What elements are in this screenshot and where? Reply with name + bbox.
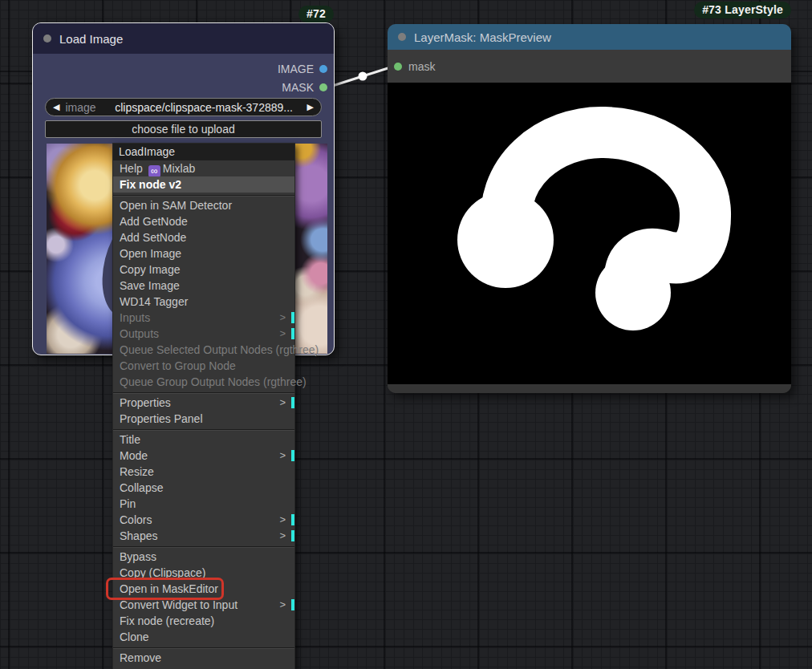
menu-item-label: Pin bbox=[120, 497, 136, 510]
menu-item-mode[interactable]: Mode> bbox=[113, 448, 294, 464]
submenu-arrow-icon: > bbox=[279, 326, 286, 342]
menu-item-inputs: Inputs> bbox=[113, 310, 294, 326]
menu-item-collapse[interactable]: Collapse bbox=[113, 480, 294, 496]
menu-item-label: Open in MaskEditor bbox=[120, 582, 218, 595]
menu-item-bypass[interactable]: Bypass bbox=[113, 549, 294, 565]
menu-item-label: Properties Panel bbox=[120, 412, 203, 425]
menu-item-remove[interactable]: Remove bbox=[113, 650, 294, 666]
menu-item-copy-image[interactable]: Copy Image bbox=[113, 262, 294, 278]
menu-item-wd14-tagger[interactable]: WD14 Tagger bbox=[113, 294, 294, 310]
menu-item-properties[interactable]: Properties> bbox=[113, 395, 294, 411]
menu-item-label: Colors bbox=[120, 513, 152, 526]
menu-item-open-in-sam-detector[interactable]: Open in SAM Detector bbox=[113, 197, 294, 213]
menu-item-label: Title bbox=[120, 433, 140, 446]
menu-item-label: Inputs bbox=[120, 311, 150, 324]
menu-item-queue-selected-output-nodes-rgthree: Queue Selected Output Nodes (rgthree) bbox=[113, 342, 294, 358]
wire-midpoint-dot bbox=[359, 72, 367, 81]
menu-item-label: Convert Widget to Input bbox=[120, 598, 238, 611]
menu-item-properties-panel[interactable]: Properties Panel bbox=[113, 411, 294, 427]
menu-item-label: Fix node (recreate) bbox=[120, 614, 214, 627]
input-slot-mask[interactable]: mask bbox=[388, 50, 791, 83]
menu-item-label: Fix node v2 bbox=[120, 178, 181, 191]
menu-separator bbox=[113, 429, 294, 430]
prev-arrow-icon[interactable]: ◀ bbox=[53, 102, 59, 112]
menu-item-convert-widget-to-input[interactable]: Convert Widget to Input> bbox=[113, 597, 294, 613]
menu-item-colors[interactable]: Colors> bbox=[113, 512, 294, 528]
submenu-arrow-icon: > bbox=[279, 597, 286, 613]
menu-item-label-suffix: Mixlab bbox=[163, 162, 195, 175]
widget-value: clipspace/clipspace-mask-372889... bbox=[101, 101, 307, 114]
menu-item-label: Remove bbox=[120, 651, 161, 664]
menu-item-label: Add SetNode bbox=[120, 231, 186, 244]
mask-preview-image bbox=[388, 83, 791, 384]
menu-separator bbox=[113, 195, 294, 196]
mixlab-infinity-icon: ∞ bbox=[148, 165, 160, 177]
menu-item-label: Open Image bbox=[120, 247, 181, 260]
submenu-accent-bar bbox=[291, 312, 294, 323]
output-label: MASK bbox=[282, 81, 314, 94]
question-mark-mask-shape bbox=[388, 83, 791, 384]
choose-file-button[interactable]: choose file to upload bbox=[45, 120, 322, 138]
comfyui-canvas[interactable]: #72 Load Image IMAGE MASK ◀ image clipsp… bbox=[0, 0, 812, 669]
menu-item-label: Shapes bbox=[120, 529, 157, 542]
menu-item-add-getnode[interactable]: Add GetNode bbox=[113, 213, 294, 229]
output-slot-mask[interactable]: MASK bbox=[33, 78, 327, 96]
menu-separator bbox=[113, 647, 294, 648]
collapse-dot-icon[interactable] bbox=[43, 34, 51, 43]
menu-item-label: Mode bbox=[120, 449, 148, 462]
submenu-arrow-icon: > bbox=[279, 512, 286, 528]
submenu-arrow-icon: > bbox=[279, 310, 286, 326]
node-footer bbox=[388, 384, 791, 393]
menu-item-open-image[interactable]: Open Image bbox=[113, 245, 294, 262]
node-id-badge: #72 bbox=[298, 6, 334, 22]
menu-separator bbox=[113, 546, 294, 547]
menu-item-queue-group-output-nodes-rgthree: Queue Group Output Nodes (rgthree) bbox=[113, 374, 294, 390]
image-output-dot[interactable] bbox=[319, 65, 327, 73]
menu-item-label: Queue Selected Output Nodes (rgthree) bbox=[120, 343, 319, 356]
menu-item-fix-node-recreate[interactable]: Fix node (recreate) bbox=[113, 613, 294, 629]
submenu-accent-bar bbox=[291, 397, 294, 408]
menu-item-title[interactable]: Title bbox=[113, 432, 294, 448]
mask-input-dot[interactable] bbox=[394, 63, 402, 71]
menu-item-outputs: Outputs> bbox=[113, 326, 294, 342]
next-arrow-icon[interactable]: ▶ bbox=[307, 102, 314, 112]
context-menu-items: Help∞MixlabFix node v2Open in SAM Detect… bbox=[113, 160, 294, 666]
menu-separator bbox=[113, 392, 294, 393]
maskpreview-node-titlebar[interactable]: LayerMask: MaskPreview bbox=[388, 24, 791, 50]
menu-item-label: Open in SAM Detector bbox=[120, 199, 232, 212]
submenu-arrow-icon: > bbox=[279, 528, 286, 544]
menu-item-clone[interactable]: Clone bbox=[113, 629, 294, 645]
menu-item-add-setnode[interactable]: Add SetNode bbox=[113, 229, 294, 245]
menu-item-resize[interactable]: Resize bbox=[113, 464, 294, 480]
node-id-badge: #73 LayerStyle bbox=[694, 2, 791, 18]
load-image-node-titlebar[interactable]: Load Image bbox=[33, 23, 334, 54]
menu-item-pin[interactable]: Pin bbox=[113, 496, 294, 512]
image-combo-widget[interactable]: ◀ image clipspace/clipspace-mask-372889.… bbox=[45, 98, 322, 116]
output-slots: IMAGE MASK bbox=[33, 54, 334, 96]
menu-item-label: Copy Image bbox=[120, 263, 180, 276]
submenu-accent-bar bbox=[291, 530, 294, 541]
menu-item-label: Outputs bbox=[120, 327, 159, 340]
widget-name: image bbox=[65, 101, 95, 114]
node-context-menu: LoadImage Help∞MixlabFix node v2Open in … bbox=[112, 143, 295, 669]
menu-item-help[interactable]: Help∞Mixlab bbox=[113, 160, 294, 176]
menu-item-save-image[interactable]: Save Image bbox=[113, 278, 294, 294]
menu-item-open-in-maskeditor[interactable]: Open in MaskEditor bbox=[113, 581, 294, 597]
menu-item-copy-clipspace[interactable]: Copy (Clipspace) bbox=[113, 565, 294, 581]
menu-item-label: Add GetNode bbox=[120, 215, 188, 228]
node-title: Load Image bbox=[59, 32, 123, 46]
submenu-accent-bar bbox=[291, 450, 294, 461]
output-label: IMAGE bbox=[278, 63, 314, 75]
output-slot-image[interactable]: IMAGE bbox=[33, 59, 327, 78]
menu-item-label: WD14 Tagger bbox=[120, 295, 188, 308]
menu-item-label: Copy (Clipspace) bbox=[120, 566, 205, 579]
menu-item-label: Collapse bbox=[120, 481, 163, 494]
menu-item-shapes[interactable]: Shapes> bbox=[113, 528, 294, 544]
maskpreview-node[interactable]: #73 LayerStyle LayerMask: MaskPreview ma… bbox=[388, 24, 791, 393]
menu-item-fix-node-v2[interactable]: Fix node v2 bbox=[113, 176, 294, 193]
menu-item-label: Queue Group Output Nodes (rgthree) bbox=[120, 375, 307, 388]
collapse-dot-icon[interactable] bbox=[398, 33, 406, 41]
menu-item-label: Resize bbox=[120, 465, 154, 478]
mask-output-dot[interactable] bbox=[319, 83, 327, 91]
menu-item-label: Help bbox=[120, 162, 143, 175]
